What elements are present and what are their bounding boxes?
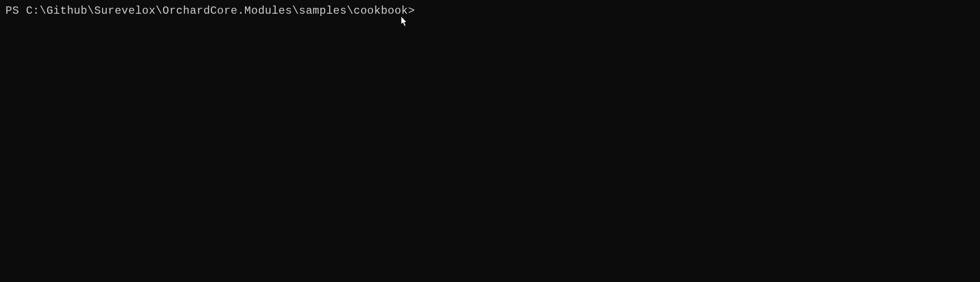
mouse-cursor-icon [401, 16, 408, 27]
terminal-window[interactable]: PS C:\Github\Surevelox\OrchardCore.Modul… [0, 0, 980, 282]
command-input[interactable] [422, 5, 975, 17]
prompt-line: PS C:\Github\Surevelox\OrchardCore.Modul… [5, 4, 975, 18]
prompt-suffix: > [408, 4, 422, 18]
prompt-path: C:\Github\Surevelox\OrchardCore.Modules\… [26, 4, 408, 18]
prompt-prefix: PS [5, 4, 26, 18]
